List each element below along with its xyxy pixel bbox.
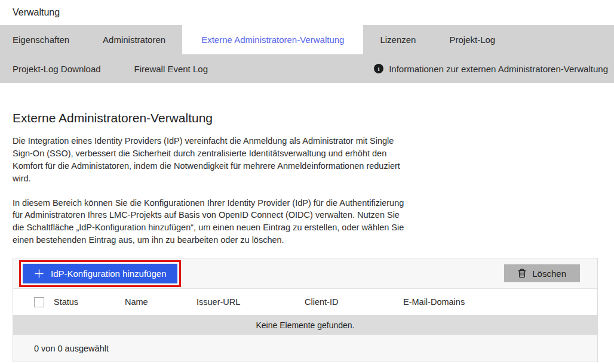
tab-projekt-log-download[interactable]: Projekt-Log Download: [0, 54, 118, 83]
table-header-row: Status Name Issuer-URL Client-ID E-Mail-…: [13, 289, 597, 315]
select-all-checkbox[interactable]: [34, 297, 44, 307]
table-toolbar: IdP-Konfiguration hinzufügen Löschen: [13, 258, 597, 289]
select-all-cell: [13, 297, 54, 307]
info-circle-icon: i: [374, 64, 383, 73]
red-highlight-box: IdP-Konfiguration hinzufügen: [19, 260, 181, 287]
page-header: Verwaltung: [0, 0, 614, 25]
tab-eigenschaften[interactable]: Eigenschaften: [0, 25, 86, 54]
trash-icon: [518, 269, 526, 278]
tab-row-2: Projekt-Log Download Firewall Event Log …: [0, 54, 614, 83]
table-footer: 0 von 0 ausgewählt: [13, 335, 597, 362]
tab-projekt-log[interactable]: Projekt-Log: [432, 25, 512, 54]
idp-config-panel: IdP-Konfiguration hinzufügen Löschen Sta…: [13, 258, 598, 362]
add-idp-config-label: IdP-Konfiguration hinzufügen: [51, 269, 166, 279]
main-content: Externe Administratoren-Verwaltung Die I…: [0, 111, 614, 362]
selection-summary: 0 von 0 ausgewählt: [34, 344, 109, 353]
add-idp-config-button[interactable]: IdP-Konfiguration hinzufügen: [23, 264, 177, 283]
page-title: Verwaltung: [13, 7, 60, 18]
tab-row-1: Eigenschaften Administratoren Externe Ad…: [0, 25, 614, 54]
info-link-label: Informationen zur externen Administrator…: [389, 64, 608, 74]
column-header-client-id: Client-ID: [305, 297, 403, 307]
tab-administratoren[interactable]: Administratoren: [86, 25, 182, 54]
column-header-name: Name: [125, 297, 197, 307]
column-header-email-domains: E-Mail-Domains: [403, 297, 597, 307]
tab-externe-administratoren-verwaltung[interactable]: Externe Administratoren-Verwaltung: [182, 25, 363, 54]
plus-icon: [34, 269, 44, 279]
table-empty-row: Keine Elemente gefunden.: [13, 315, 597, 335]
empty-message: Keine Elemente gefunden.: [256, 320, 354, 330]
column-header-status: Status: [54, 297, 125, 307]
content-heading: Externe Administratoren-Verwaltung: [13, 111, 598, 125]
tab-firewall-event-log[interactable]: Firewall Event Log: [118, 54, 225, 83]
tabbar: Eigenschaften Administratoren Externe Ad…: [0, 25, 614, 83]
intro-paragraph-1: Die Integration eines Identity Providers…: [13, 135, 407, 185]
intro-paragraph-2: In diesem Bereich können Sie die Konfigu…: [13, 197, 407, 247]
tab-lizenzen[interactable]: Lizenzen: [363, 25, 432, 54]
info-link[interactable]: i Informationen zur externen Administrat…: [374, 54, 614, 83]
column-header-issuer-url: Issuer-URL: [197, 297, 305, 307]
delete-button-label: Löschen: [532, 269, 566, 279]
delete-button[interactable]: Löschen: [504, 264, 580, 282]
